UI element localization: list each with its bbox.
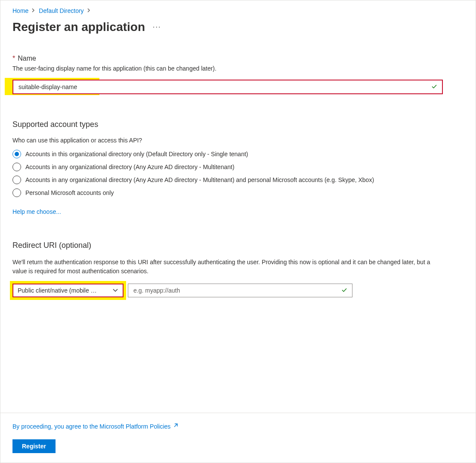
radio-label: Accounts in any organizational directory… — [25, 176, 374, 183]
breadcrumb-home[interactable]: Home — [12, 7, 28, 14]
breadcrumb-directory[interactable]: Default Directory — [39, 7, 83, 14]
account-type-option-personal[interactable]: Personal Microsoft accounts only — [12, 188, 464, 197]
account-types-question: Who can use this application or access t… — [12, 137, 464, 144]
name-input[interactable] — [18, 83, 431, 91]
radio-label: Personal Microsoft accounts only — [25, 189, 114, 196]
account-type-option-single-tenant[interactable]: Accounts in this organizational director… — [12, 150, 464, 158]
chevron-right-icon — [87, 8, 91, 14]
register-button[interactable]: Register — [12, 439, 56, 453]
name-label: * Name — [12, 55, 464, 62]
name-input-container — [12, 80, 443, 94]
account-type-option-multitenant-personal[interactable]: Accounts in any organizational directory… — [12, 176, 464, 184]
more-actions-button[interactable]: ··· — [151, 22, 163, 33]
checkmark-icon — [431, 83, 438, 91]
radio-icon — [12, 163, 21, 171]
checkmark-icon — [341, 287, 348, 295]
platform-select[interactable]: Public client/native (mobile … — [12, 284, 124, 297]
breadcrumb: Home Default Directory — [12, 7, 464, 14]
required-star-icon: * — [12, 55, 15, 62]
page-title: Register an application — [12, 20, 145, 34]
chevron-right-icon — [32, 8, 35, 14]
radio-icon — [12, 150, 21, 158]
radio-label: Accounts in this organizational director… — [25, 151, 248, 157]
redirect-uri-input[interactable] — [133, 287, 341, 294]
redirect-uri-input-container — [128, 284, 352, 297]
redirect-heading: Redirect URI (optional) — [12, 241, 464, 250]
help-me-choose-link[interactable]: Help me choose... — [12, 208, 61, 215]
account-type-option-multitenant[interactable]: Accounts in any organizational directory… — [12, 163, 464, 171]
redirect-description: We'll return the authentication response… — [12, 258, 443, 276]
radio-label: Accounts in any organizational directory… — [25, 164, 235, 170]
platform-policies-link[interactable]: By proceeding, you agree to the Microsof… — [12, 423, 179, 430]
platform-select-value: Public client/native (mobile … — [18, 287, 97, 294]
account-types-heading: Supported account types — [12, 120, 464, 129]
radio-icon — [12, 176, 21, 184]
external-link-icon — [173, 423, 179, 430]
name-description: The user-facing display name for this ap… — [12, 65, 464, 72]
radio-icon — [12, 188, 21, 197]
chevron-down-icon — [112, 287, 118, 294]
